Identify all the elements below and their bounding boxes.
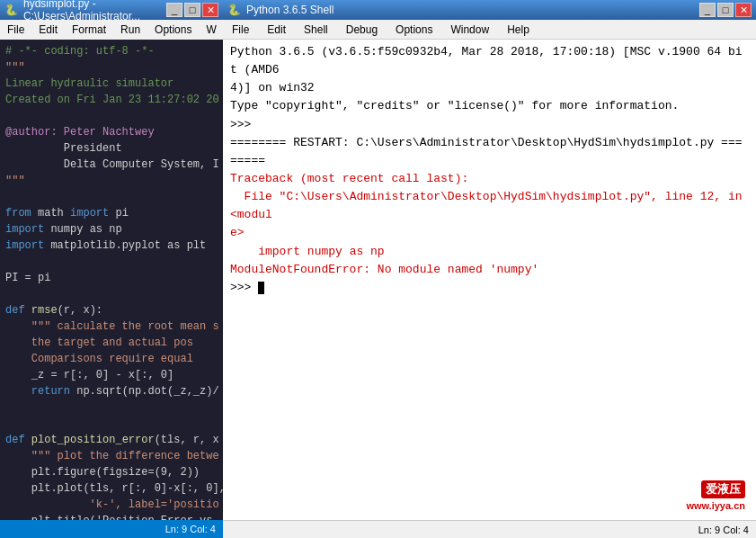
code-line: def rmse(r, x): xyxy=(5,302,218,318)
code-line: # -*- coding: utf-8 -*- xyxy=(5,43,218,59)
code-line: plt.title('Position Error vs xyxy=(5,513,218,520)
shell-menu-file[interactable]: File xyxy=(223,20,258,39)
code-line: _z = r[:, 0] - x[:, 0] xyxy=(5,367,218,383)
watermark-url: www.iyya.cn xyxy=(686,500,745,511)
code-line xyxy=(5,416,218,432)
code-line: plt.figure(figsize=(9, 2)) xyxy=(5,464,218,480)
shell-output: Python 3.6.5 (v3.6.5:f59c0932b4, Mar 28 … xyxy=(223,40,756,520)
code-line: """ xyxy=(5,59,218,76)
shell-statusbar: Ln: 9 Col: 4 xyxy=(223,520,756,538)
code-line xyxy=(5,108,218,124)
shell-restart-line: ======== RESTART: C:\Users\Administrator… xyxy=(230,134,749,170)
menu-file[interactable]: File xyxy=(0,20,31,40)
code-line: Delta Computer System, I xyxy=(5,157,218,173)
python-shell-window: 🐍 Python 3.6.5 Shell _ □ ✕ File Edit She… xyxy=(223,0,756,538)
code-line: President xyxy=(5,140,218,157)
shell-menu-options[interactable]: Options xyxy=(387,20,441,39)
shell-output-line: Type "copyright", "credits" or "license(… xyxy=(230,97,749,115)
code-statusbar: Ln: 9 Col: 4 xyxy=(0,520,223,538)
shell-menu-shell[interactable]: Shell xyxy=(295,20,337,39)
shell-output-line: 4)] on win32 xyxy=(230,79,749,97)
code-menubar: File Edit Format Run Options W xyxy=(0,20,223,40)
menu-w[interactable]: W xyxy=(199,20,223,40)
code-line: def plot_position_error(tls, r, x xyxy=(5,432,218,448)
watermark-brand: 爱液压 xyxy=(701,480,745,498)
shell-output-line: Python 3.6.5 (v3.6.5:f59c0932b4, Mar 28 … xyxy=(230,43,749,79)
minimize-button[interactable]: _ xyxy=(166,3,182,17)
code-editor-titlebar: 🐍 hydsimplot.py - C:\Users\Administrator… xyxy=(0,0,223,20)
shell-menubar: File Edit Shell Debug Options Window Hel… xyxy=(223,20,756,40)
code-line: PI = pi xyxy=(5,270,218,286)
shell-close-button[interactable]: ✕ xyxy=(735,3,752,17)
menu-options[interactable]: Options xyxy=(147,20,199,40)
shell-maximize-button[interactable]: □ xyxy=(717,3,734,17)
code-editor-window: 🐍 hydsimplot.py - C:\Users\Administrator… xyxy=(0,0,223,538)
code-line: return np.sqrt(np.dot(_z,_z)/ xyxy=(5,383,218,399)
code-line: the target and actual pos xyxy=(5,335,218,351)
shell-traceback-line: Traceback (most recent call last): xyxy=(230,170,749,188)
code-line: import matplotlib.pyplot as plt xyxy=(5,238,218,254)
maximize-button[interactable]: □ xyxy=(184,3,200,17)
shell-menu-help[interactable]: Help xyxy=(498,20,538,39)
shell-titlebar: 🐍 Python 3.6.5 Shell _ □ ✕ xyxy=(223,0,756,20)
code-line: import numpy as np xyxy=(5,221,218,238)
code-line: from math import pi xyxy=(5,205,218,221)
shell-minimize-button[interactable]: _ xyxy=(699,3,716,17)
code-line: Created on Fri Jan 23 11:27:02 20 xyxy=(5,92,218,108)
shell-traceback-line: import numpy as np xyxy=(230,243,749,261)
shell-title: Python 3.6.5 Shell xyxy=(246,4,698,16)
code-line xyxy=(5,399,218,416)
text-cursor xyxy=(258,282,264,294)
shell-traceback-line: e> xyxy=(230,224,749,242)
code-line: """ plot the difference betwe xyxy=(5,448,218,464)
code-line: @author: Peter Nachtwey xyxy=(5,124,218,140)
shell-menu-edit[interactable]: Edit xyxy=(258,20,295,39)
code-line xyxy=(5,189,218,205)
shell-menu-window[interactable]: Window xyxy=(441,20,498,39)
shell-active-prompt: >>> xyxy=(230,279,749,297)
code-line: """ xyxy=(5,173,218,189)
editor-icon: 🐍 xyxy=(4,4,18,16)
menu-run[interactable]: Run xyxy=(113,20,147,40)
code-line: Linear hydraulic simulator xyxy=(5,76,218,92)
code-line: plt.plot(tls, r[:, 0]-x[:, 0], xyxy=(5,480,218,497)
code-line: """ calculate the root mean s xyxy=(5,318,218,335)
code-position: Ln: 9 Col: 4 xyxy=(165,524,216,534)
code-line xyxy=(5,254,218,270)
close-button[interactable]: ✕ xyxy=(202,3,218,17)
code-line: 'k-', label='positio xyxy=(5,497,218,513)
shell-icon: 🐍 xyxy=(227,4,241,16)
watermark: 爱液压 www.iyya.cn xyxy=(686,480,745,511)
shell-prompt-line: >>> xyxy=(230,116,749,134)
shell-position: Ln: 9 Col: 4 xyxy=(698,525,749,535)
menu-edit[interactable]: Edit xyxy=(31,20,65,40)
code-line xyxy=(5,286,218,302)
shell-menu-debug[interactable]: Debug xyxy=(337,20,387,39)
menu-format[interactable]: Format xyxy=(65,20,113,40)
code-line: Comparisons require equal xyxy=(5,351,218,367)
code-content: # -*- coding: utf-8 -*- """ Linear hydra… xyxy=(0,40,223,520)
shell-error-line: ModuleNotFoundError: No module named 'nu… xyxy=(230,261,749,279)
shell-traceback-line: File "C:\Users\Administrator\Desktop\Hyd… xyxy=(230,188,749,224)
